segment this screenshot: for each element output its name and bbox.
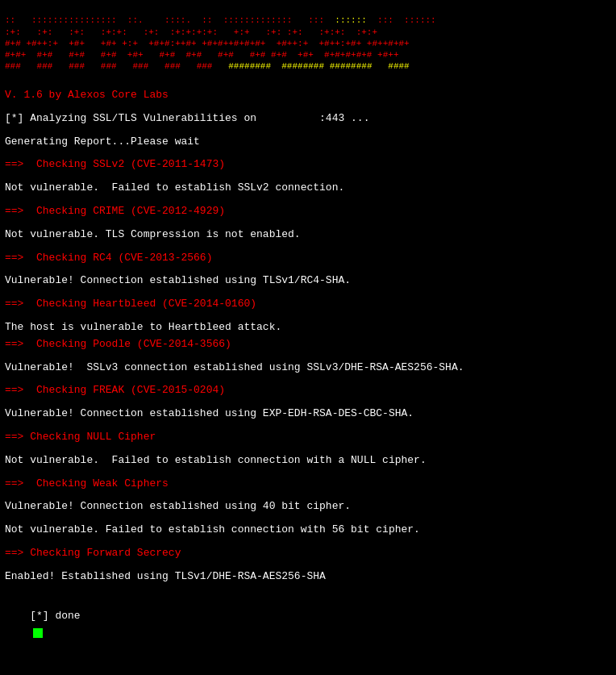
done-line: [*] done — [5, 592, 611, 659]
check-crime-header: ==> Checking CRIME (CVE-2012-4929) — [5, 203, 611, 220]
check-weak-result-1: Vulnerable! Connection established using… — [5, 498, 611, 515]
check-poodle-result: Vulnerable! SSLv3 connection established… — [5, 360, 611, 377]
check-sslv2-header: ==> Checking SSLv2 (CVE-2011-1473) — [5, 156, 611, 173]
check-freak-result: Vulnerable! Connection established using… — [5, 406, 611, 423]
check-null-header: ==> Checking NULL Cipher — [5, 429, 611, 446]
terminal-window: :: :::::::::::::::: ::. ::::. :: :::::::… — [5, 3, 611, 659]
check-weak-header: ==> Checking Weak Ciphers — [5, 476, 611, 493]
check-null-result: Not vulnerable. Failed to establish conn… — [5, 452, 611, 469]
check-weak-result-2: Not vulnerable. Failed to establish conn… — [5, 522, 611, 539]
check-sslv2-result: Not vulnerable. Failed to establish SSLv… — [5, 180, 611, 197]
check-rc4-result: Vulnerable! Connection established using… — [5, 273, 611, 290]
ascii-art-banner: :: :::::::::::::::: ::. ::::. :: :::::::… — [5, 3, 611, 84]
check-heartbleed-result: The host is vulnerable to Heartbleed att… — [5, 319, 611, 336]
check-forward-secrecy-header: ==> Checking Forward Secrecy — [5, 545, 611, 562]
check-rc4-header: ==> Checking RC4 (CVE-2013-2566) — [5, 250, 611, 267]
check-forward-secrecy-result: Enabled! Established using TLSv1/DHE-RSA… — [5, 569, 611, 585]
check-poodle-header: ==> Checking Poodle (CVE-2014-3566) — [5, 336, 611, 353]
check-heartbleed-header: ==> Checking Heartbleed (CVE-2014-0160) — [5, 296, 611, 313]
check-crime-result: Not vulnerable. TLS Compression is not e… — [5, 227, 611, 244]
done-indicator — [33, 628, 43, 638]
generating-line: Generating Report...Please wait — [5, 134, 611, 151]
check-freak-header: ==> Checking FREAK (CVE-2015-0204) — [5, 382, 611, 399]
analyzing-line: [*] Analyzing SSL/TLS Vulnerabilities on… — [5, 110, 611, 127]
version-line: V. 1.6 by Alexos Core Labs — [5, 87, 611, 104]
